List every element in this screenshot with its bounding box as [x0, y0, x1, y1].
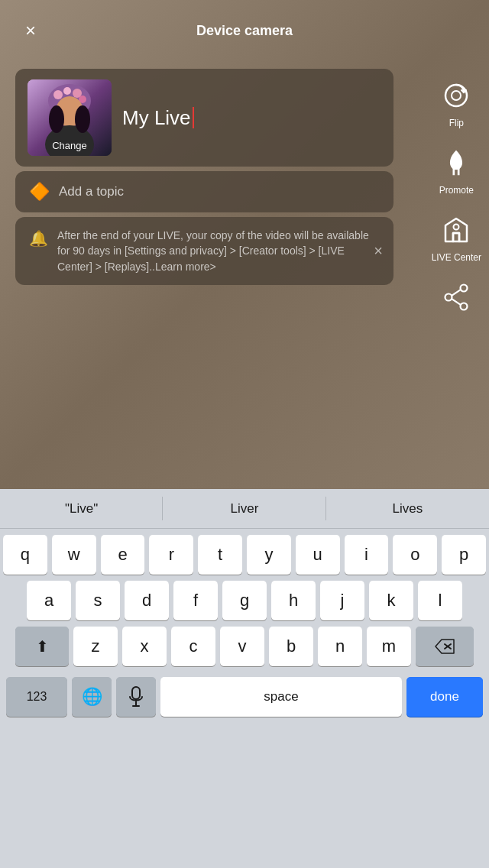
share-icon: [437, 278, 475, 316]
key-d[interactable]: d: [125, 581, 169, 620]
key-l[interactable]: l: [418, 581, 462, 620]
key-x[interactable]: x: [122, 627, 167, 666]
key-v[interactable]: v: [220, 627, 264, 666]
flip-button[interactable]: Flip: [437, 76, 475, 128]
thumbnail[interactable]: Change: [28, 79, 112, 156]
topic-text: Add a topic: [59, 184, 124, 199]
bottom-bar: 123 🌐 space done: [3, 672, 486, 721]
topic-card[interactable]: 🔶 Add a topic: [15, 171, 393, 212]
key-r[interactable]: r: [149, 535, 193, 575]
microphone-button[interactable]: [116, 677, 156, 717]
live-center-label: LIVE Center: [432, 252, 481, 263]
done-button[interactable]: done: [406, 677, 483, 717]
key-f[interactable]: f: [173, 581, 218, 620]
keyboard-area: "Live" Liver Lives q w e r t y u i o p a…: [0, 489, 489, 868]
autocomplete-item-label: "Live": [65, 501, 98, 517]
backspace-button[interactable]: [416, 627, 474, 666]
svg-point-2: [454, 225, 459, 230]
share-button[interactable]: [437, 278, 475, 319]
bell-icon: 🔔: [29, 229, 48, 248]
key-k[interactable]: k: [369, 581, 413, 620]
key-s[interactable]: s: [76, 581, 120, 620]
flip-icon: [437, 76, 475, 115]
autocomplete-bar: "Live" Liver Lives: [0, 489, 489, 529]
numbers-button[interactable]: 123: [6, 677, 67, 717]
key-g[interactable]: g: [222, 581, 267, 620]
main-content: Change My Live 🔶 Add a topic 🔔 After the…: [15, 69, 393, 285]
promote-icon: [437, 144, 475, 182]
key-y[interactable]: y: [247, 535, 291, 575]
key-o[interactable]: o: [393, 535, 437, 575]
shift-button[interactable]: ⬆: [15, 627, 69, 666]
key-a[interactable]: a: [27, 581, 71, 620]
info-card: 🔔 After the end of your LIVE, your copy …: [15, 217, 393, 285]
info-close-button[interactable]: ×: [374, 242, 383, 260]
key-w[interactable]: w: [52, 535, 96, 575]
title-card: Change My Live: [15, 69, 393, 167]
key-b[interactable]: b: [269, 627, 313, 666]
key-q[interactable]: q: [3, 535, 47, 575]
key-c[interactable]: c: [171, 627, 215, 666]
svg-point-17: [75, 105, 90, 133]
info-text: After the end of your LIVE, your copy of…: [57, 228, 380, 274]
space-button[interactable]: space: [160, 677, 402, 717]
svg-line-6: [452, 290, 461, 296]
autocomplete-lives[interactable]: Lives: [326, 489, 489, 528]
svg-point-10: [53, 90, 63, 99]
autocomplete-live-quoted[interactable]: "Live": [0, 489, 163, 528]
svg-point-11: [63, 87, 71, 95]
live-title-text: My Live: [122, 106, 194, 130]
text-cursor: [193, 107, 194, 128]
key-row-3: ⬆ z x c v b n m: [3, 627, 486, 666]
key-p[interactable]: p: [442, 535, 486, 575]
promote-button[interactable]: Promote: [437, 144, 475, 196]
key-e[interactable]: e: [101, 535, 145, 575]
key-h[interactable]: h: [271, 581, 316, 620]
key-i[interactable]: i: [345, 535, 389, 575]
title-input-area[interactable]: My Live: [122, 106, 381, 130]
close-button[interactable]: ×: [15, 15, 46, 46]
change-label: Change: [52, 140, 87, 151]
svg-line-7: [452, 299, 461, 305]
autocomplete-liver[interactable]: Liver: [163, 489, 325, 528]
svg-point-4: [445, 294, 452, 301]
live-center-icon: [437, 211, 475, 249]
svg-point-5: [461, 303, 468, 310]
keyboard-keys: q w e r t y u i o p a s d f g h j k l ⬆ …: [0, 529, 489, 724]
key-m[interactable]: m: [367, 627, 411, 666]
key-row-2: a s d f g h j k l: [3, 581, 486, 620]
key-j[interactable]: j: [320, 581, 364, 620]
globe-button[interactable]: 🌐: [72, 677, 112, 717]
key-n[interactable]: n: [318, 627, 362, 666]
flip-label: Flip: [449, 118, 464, 128]
autocomplete-item-label: Lives: [392, 501, 423, 517]
key-row-1: q w e r t y u i o p: [3, 535, 486, 575]
svg-point-3: [461, 285, 468, 292]
key-u[interactable]: u: [296, 535, 340, 575]
header: × Device camera: [0, 0, 489, 61]
promote-label: Promote: [439, 185, 474, 196]
sidebar: Flip Promote LIVE Center: [432, 76, 481, 319]
live-center-button[interactable]: LIVE Center: [432, 211, 481, 263]
svg-rect-20: [132, 687, 140, 699]
header-title: Device camera: [196, 23, 293, 39]
autocomplete-item-label: Liver: [231, 501, 259, 517]
svg-point-16: [49, 105, 64, 133]
svg-point-1: [452, 91, 461, 100]
key-z[interactable]: z: [73, 627, 118, 666]
topic-icon: 🔶: [29, 182, 50, 202]
key-t[interactable]: t: [198, 535, 242, 575]
